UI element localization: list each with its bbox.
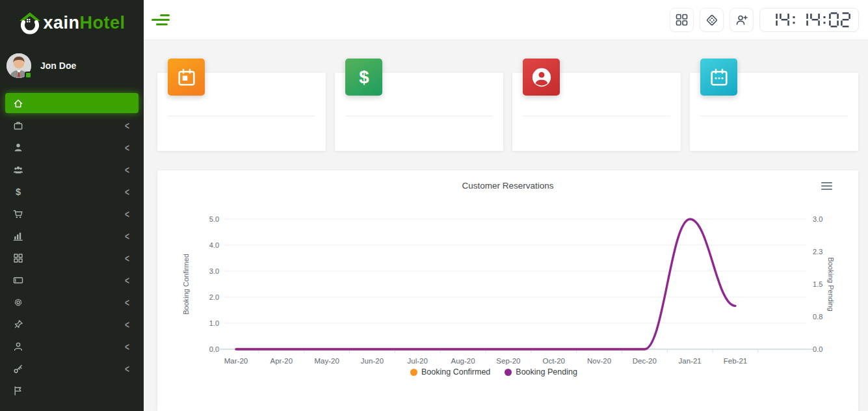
sidebar-item-language[interactable] [5,380,138,401]
profile-name: Jon Doe [40,60,76,71]
card-divider [523,116,670,116]
svg-text:Jul-20: Jul-20 [408,357,428,365]
brand-name: xainHotel [43,13,125,33]
chevron-left-icon: < [125,296,129,309]
home-icon [12,98,25,109]
svg-text:2.3: 2.3 [813,248,822,256]
stat-cards-row: $ [157,73,858,151]
pin-icon [12,319,25,330]
sidebar-item-payment-setting[interactable]: $< [5,181,138,202]
svg-text:5.0: 5.0 [209,215,219,223]
flag-icon [12,386,25,396]
svg-text:4.0: 4.0 [209,241,219,249]
digital-clock [759,8,859,32]
calendar-date-icon [168,59,205,96]
chart-menu-icon[interactable] [821,182,832,192]
legend-dot [410,369,417,376]
user-outline-icon [12,341,25,352]
svg-text:0.8: 0.8 [813,313,822,321]
legend-label: Booking Pending [516,367,577,377]
reservations-line-chart: 5.04.03.02.01.00.03.02.31.50.80.0Mar-20A… [157,170,858,365]
grid-icon [12,253,25,263]
stat-card-total-amount: $ [335,73,503,151]
svg-text:Sep-20: Sep-20 [496,357,520,365]
svg-text:Nov-20: Nov-20 [587,357,611,365]
gear-icon [12,297,25,308]
sidebar: xainHotel Jon Doe <<<$<<<<<<<<< [0,0,144,411]
key-icon [12,364,25,374]
sidebar-item-customer[interactable]: < [5,137,138,157]
chevron-left-icon: < [125,185,129,198]
person-circle-icon [523,59,560,96]
legend-booking-pending[interactable]: Booking Pending [505,367,577,377]
stat-card-today-booking [157,73,326,151]
person-icon [12,142,25,153]
svg-text:1.5: 1.5 [813,280,822,288]
svg-text:Dec-20: Dec-20 [633,357,657,365]
svg-text:May-20: May-20 [314,357,339,365]
calendar-dots-icon [700,59,737,96]
sidebar-item-room-reservation[interactable]: < [5,270,138,290]
card-divider [345,116,493,116]
cart-icon [12,209,25,219]
chevron-left-icon: < [125,119,129,132]
sidebar-toggle-hamburger-icon[interactable] [151,14,171,26]
dollar-icon: $ [12,187,25,197]
sidebar-item-unit-and-products[interactable]: < [5,314,138,334]
sidebar-item-room-setting[interactable]: < [5,292,138,312]
people-icon [12,165,25,175]
sidebar-item-human-resource[interactable]: < [5,159,138,179]
profile-block: Jon Doe [0,46,144,88]
house-logo-icon [18,11,42,34]
card-divider [168,116,315,116]
add-user-icon[interactable] [730,8,754,32]
sidebar-item-room-facilities[interactable]: < [5,248,138,268]
svg-text:2.0: 2.0 [209,293,219,301]
sidebar-nav: <<<$<<<<<<<<< [0,88,144,405]
svg-text:1.0: 1.0 [209,319,219,327]
online-status-dot [25,72,32,79]
legend-label: Booking Confirmed [421,367,490,377]
apps-grid-icon[interactable] [670,8,694,32]
chevron-left-icon: < [125,163,129,176]
brand-logo: xainHotel [0,0,144,46]
sidebar-item-purchase-manage[interactable]: < [5,204,138,224]
svg-text:Jun-20: Jun-20 [361,357,384,365]
screen-icon [12,275,25,285]
chevron-left-icon: < [125,252,129,265]
chevron-left-icon: < [125,274,129,287]
sidebar-item-user[interactable]: < [5,336,138,356]
topbar [144,0,868,40]
svg-text:$: $ [359,68,369,87]
stat-card-total-customer [512,73,681,151]
dollar-sign-icon: $ [345,59,382,96]
svg-text:3.0: 3.0 [813,215,822,223]
chart-card: Customer Reservations 5.04.03.02.01.00.0… [157,170,858,411]
sidebar-item-role-permission[interactable]: < [5,358,138,378]
svg-text:Booking Confirmed: Booking Confirmed [182,254,190,315]
svg-text:3.0: 3.0 [209,267,219,275]
sidebar-item-account[interactable]: < [5,115,138,135]
svg-text:Feb-21: Feb-21 [724,357,747,365]
main-content: $ Customer Reservations 5.04.03.02.01.00… [144,40,868,411]
chart-title: Customer Reservations [157,181,858,191]
svg-text:$: $ [16,187,21,197]
chevron-left-icon: < [125,340,129,353]
svg-text:Jan-21: Jan-21 [679,357,702,365]
stat-card-total-booking [690,73,858,151]
legend-booking-confirmed[interactable]: Booking Confirmed [410,367,490,377]
chevron-left-icon: < [125,230,129,243]
svg-text:Aug-20: Aug-20 [451,357,475,365]
legend-dot [505,369,512,376]
briefcase-icon [12,120,25,131]
chevron-left-icon: < [125,362,129,375]
svg-text:0.0: 0.0 [813,345,822,353]
move-diamond-icon[interactable] [700,8,724,32]
chevron-left-icon: < [125,318,129,331]
chart-legend: Booking ConfirmedBooking Pending [157,367,830,377]
sidebar-item-reports[interactable]: < [5,226,138,246]
bar-chart-icon [12,231,25,241]
sidebar-item-dashboard[interactable] [5,93,138,113]
svg-text:Apr-20: Apr-20 [270,357,293,365]
svg-text:Booking Pending: Booking Pending [827,257,835,311]
